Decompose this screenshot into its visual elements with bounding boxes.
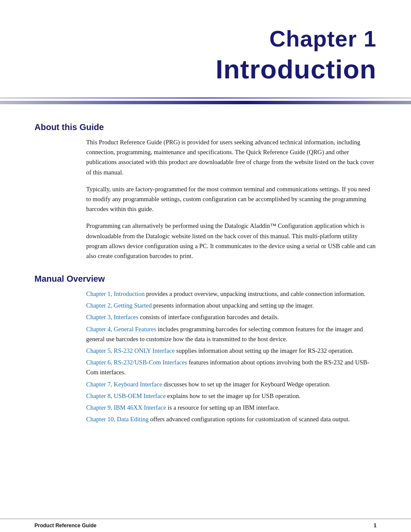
about-paragraph-1: This Product Reference Guide (PRG) is pr… — [86, 137, 377, 177]
overview-text-8: explains how to set the imager up for US… — [165, 392, 300, 399]
overview-item-1: Chapter 1, Introduction provides a produ… — [86, 289, 377, 299]
overview-item-2: Chapter 2, Getting Started presents info… — [86, 301, 377, 311]
overview-link-3[interactable]: Chapter 3, Interfaces — [86, 314, 138, 320]
overview-item-9: Chapter 9, IBM 46XX Interface is a resou… — [86, 403, 377, 413]
overview-text-2: presents information about unpacking and… — [152, 302, 314, 309]
overview-link-4[interactable]: Chapter 4, General Features — [86, 326, 156, 333]
overview-link-2[interactable]: Chapter 2, Getting Started — [86, 302, 152, 309]
overview-text-1: provides a product overview, unpacking i… — [145, 290, 365, 297]
about-paragraph-3: Programming can alternatively be perform… — [86, 221, 377, 261]
overview-text-3: consists of interface configuration barc… — [138, 314, 279, 320]
overview-link-7[interactable]: Chapter 7, Keyboard Interface — [86, 381, 162, 388]
header-rule — [0, 97, 411, 105]
overview-link-9[interactable]: Chapter 9, IBM 46XX Interface — [86, 404, 166, 411]
manual-overview-section: Manual Overview Chapter 1, Introduction … — [34, 274, 377, 424]
chapter-header: Chapter 1 Introduction — [0, 0, 411, 93]
chapter-label: Chapter 1 — [34, 26, 377, 52]
overview-link-10[interactable]: Chapter 10, Data Editing — [86, 416, 149, 423]
page: Chapter 1 Introduction About this Guide … — [0, 0, 411, 532]
overview-item-7: Chapter 7, Keyboard Interface discusses … — [86, 380, 377, 389]
overview-item-5: Chapter 5, RS-232 ONLY Interface supplie… — [86, 346, 377, 356]
chapter-title: Introduction — [34, 54, 377, 84]
overview-item-4: Chapter 4, General Features includes pro… — [86, 324, 377, 344]
overview-item-8: Chapter 8, USB-OEM Interface explains ho… — [86, 391, 377, 401]
overview-item-10: Chapter 10, Data Editing offers advanced… — [86, 414, 377, 424]
footer: Product Reference Guide 1 — [0, 519, 411, 532]
footer-page-number: 1 — [374, 523, 377, 529]
about-heading: About this Guide — [34, 122, 377, 132]
main-content: About this Guide This Product Reference … — [0, 105, 411, 443]
overview-link-1[interactable]: Chapter 1, Introduction — [86, 290, 145, 297]
overview-link-5[interactable]: Chapter 5, RS-232 ONLY Interface — [86, 347, 174, 354]
overview-text-10: offers advanced configuration options fo… — [149, 416, 350, 423]
overview-item-3: Chapter 3, Interfaces consists of interf… — [86, 312, 377, 322]
overview-items: Chapter 1, Introduction provides a produ… — [86, 289, 377, 424]
header-rule-bottom — [0, 101, 411, 104]
overview-item-6: Chapter 6, RS-232/USB-Com Interfaces fea… — [86, 358, 377, 377]
header-rule-top — [0, 97, 411, 99]
overview-link-6[interactable]: Chapter 6, RS-232/USB-Com Interfaces — [86, 359, 187, 366]
overview-text-9: is a resource for setting up an IBM inte… — [166, 404, 280, 411]
manual-overview-heading: Manual Overview — [34, 274, 377, 284]
overview-text-5: supplies information about setting up th… — [174, 347, 353, 354]
about-paragraph-2: Typically, units are factory-programmed … — [86, 184, 377, 215]
about-section: About this Guide This Product Reference … — [34, 122, 377, 261]
footer-title: Product Reference Guide — [34, 523, 97, 529]
overview-text-7: discusses how to set up the imager for K… — [162, 381, 330, 388]
overview-link-8[interactable]: Chapter 8, USB-OEM Interface — [86, 392, 165, 399]
